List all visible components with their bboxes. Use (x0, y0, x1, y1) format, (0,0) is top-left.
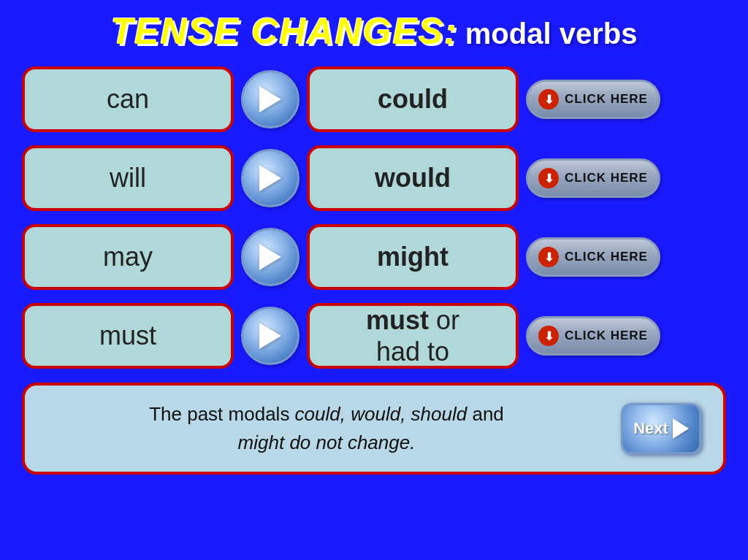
left-box-must: must (22, 303, 234, 369)
left-label-may: may (103, 242, 153, 272)
click-here-label-1: CLICK HERE (565, 92, 648, 107)
right-box-would: would (307, 145, 519, 211)
right-label-would: would (375, 162, 451, 193)
arrow-icon-3 (259, 244, 281, 270)
right-label-must-bold: must (366, 305, 429, 335)
row-will: will would ⬇ CLICK HERE (22, 142, 726, 215)
bottom-section: The past modals could, would, should and… (22, 383, 726, 475)
left-label-will: will (110, 163, 146, 193)
arrow-circle-1 (241, 70, 299, 129)
download-icon-3: ⬇ (538, 247, 559, 267)
next-label: Next (633, 419, 668, 438)
next-button[interactable]: Next (621, 403, 701, 454)
download-icon-1: ⬇ (538, 89, 559, 110)
right-label-must-or-had-to: must orhad to (366, 304, 459, 367)
left-box-may: may (22, 224, 234, 290)
next-arrow-icon (673, 418, 689, 439)
bottom-text-line1: The past modals could, would, should and (149, 403, 504, 425)
arrow-circle-4 (241, 307, 299, 365)
right-box-might: might (307, 224, 519, 290)
right-box-could: could (307, 66, 519, 132)
right-box-must-or-had-to: must orhad to (307, 303, 519, 369)
main-grid: can could ⬇ CLICK HERE will would ⬇ CLIC… (0, 57, 748, 378)
title-sub: modal verbs (465, 18, 638, 50)
row-may: may might ⬇ CLICK HERE (22, 220, 726, 294)
row-must: must must orhad to ⬇ CLICK HERE (22, 299, 726, 372)
arrow-circle-2 (241, 149, 299, 207)
right-label-might: might (377, 241, 449, 272)
click-here-button-1[interactable]: ⬇ CLICK HERE (526, 80, 660, 119)
click-here-label-2: CLICK HERE (565, 171, 648, 185)
arrow-icon-2 (259, 165, 281, 191)
right-label-could: could (378, 83, 448, 115)
title-main: TENSE CHANGES: (111, 10, 458, 53)
download-icon-4: ⬇ (538, 326, 559, 346)
page-title: TENSE CHANGES: modal verbs (0, 0, 748, 57)
arrow-circle-3 (241, 228, 299, 286)
left-label-must: must (99, 321, 156, 351)
click-here-label-3: CLICK HERE (565, 250, 648, 264)
bottom-text: The past modals could, would, should and… (47, 400, 606, 457)
left-box-can: can (22, 66, 234, 132)
left-box-will: will (22, 145, 234, 211)
arrow-icon-1 (259, 86, 281, 112)
click-here-button-3[interactable]: ⬇ CLICK HERE (526, 237, 660, 277)
row-can: can could ⬇ CLICK HERE (22, 63, 726, 136)
left-label-can: can (107, 84, 149, 115)
click-here-button-4[interactable]: ⬇ CLICK HERE (526, 316, 660, 356)
download-icon-2: ⬇ (538, 168, 559, 188)
click-here-button-2[interactable]: ⬇ CLICK HERE (526, 158, 660, 198)
arrow-icon-4 (259, 323, 281, 349)
click-here-label-4: CLICK HERE (565, 329, 648, 343)
bottom-text-line2: might do not change. (238, 431, 416, 453)
